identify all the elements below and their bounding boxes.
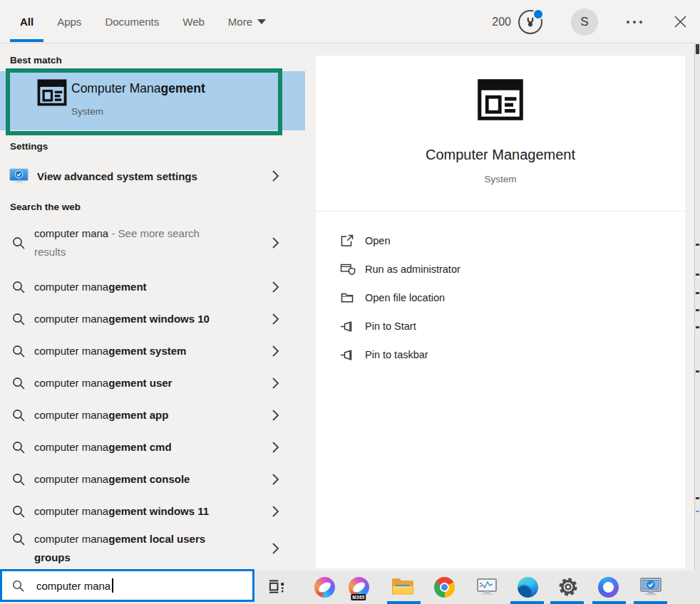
chevron-right-icon (272, 505, 279, 518)
detail-subtitle: System (316, 174, 685, 184)
pin-icon (340, 348, 356, 361)
copilot-icon (314, 577, 335, 598)
action-open[interactable]: Open (340, 226, 460, 255)
taskbar-icon-chrome[interactable] (432, 573, 456, 600)
taskbar-icon-file-explorer[interactable] (391, 573, 415, 600)
search-icon (11, 312, 26, 326)
pc-check-icon (639, 577, 662, 597)
web-suggestion-row[interactable]: computer management (0, 271, 314, 303)
web-suggestion-row[interactable]: computer management windows 10 (0, 303, 314, 335)
performance-monitor-icon (476, 578, 498, 597)
web-primary-text: computer mana - See more search results (34, 224, 211, 261)
chevron-right-icon (272, 170, 279, 182)
search-filter-bar: All Apps Documents Web More 200 S (0, 0, 700, 43)
settings-result[interactable]: View advanced system settings (0, 160, 314, 192)
chevron-right-icon (272, 441, 279, 454)
topbar-right-cluster: 200 S (492, 0, 687, 43)
action-pin-to-taskbar[interactable]: Pin to taskbar (340, 340, 460, 369)
web-suggestion-row[interactable]: computer management system (0, 335, 314, 367)
chevron-right-icon (272, 236, 279, 249)
close-icon[interactable] (674, 15, 687, 28)
search-icon (11, 344, 26, 358)
taskbar-icon-pc-check[interactable] (639, 573, 663, 600)
windows-search-flyout: All Apps Documents Web More 200 S (0, 0, 700, 604)
text-caret (112, 578, 113, 593)
chevron-right-icon (272, 542, 279, 555)
folder-icon (340, 291, 356, 305)
file-explorer-icon (392, 578, 413, 597)
tab-web[interactable]: Web (182, 0, 205, 43)
web-suggestion-row[interactable]: computer management local users groups (0, 527, 314, 570)
result-detail-panel: Computer Management System Open Run as a… (316, 56, 685, 568)
taskbar-icon-copilot[interactable] (312, 573, 336, 600)
web-suggestion-row[interactable]: computer management cmd (0, 431, 314, 463)
settings-result-label: View advanced system settings (37, 170, 197, 182)
rewards-medal-icon[interactable] (518, 10, 542, 34)
chevron-right-icon (272, 281, 279, 293)
taskbar-icon-ring-app[interactable] (596, 573, 620, 600)
web-primary-result[interactable]: computer mana - See more search results (0, 219, 314, 266)
m365-badge: M365 (351, 594, 366, 600)
web-suggestion-list: computer management computer management … (0, 271, 314, 570)
running-indicator (634, 601, 667, 604)
section-settings: Settings (10, 141, 48, 152)
more-options-icon[interactable] (627, 21, 642, 24)
account-avatar[interactable]: S (571, 9, 598, 36)
web-suggestion-text: computer management windows 10 (34, 310, 210, 328)
web-suggestion-text: computer management console (34, 470, 190, 489)
divider (316, 211, 685, 212)
action-open-file-location[interactable]: Open file location (340, 283, 460, 312)
section-best-match: Best match (10, 55, 62, 66)
shield-window-icon (340, 262, 356, 276)
search-icon (11, 280, 26, 294)
edge-icon (518, 577, 538, 598)
section-search-the-web: Search the web (10, 202, 81, 212)
running-indicator (387, 601, 421, 604)
running-indicator (550, 601, 584, 604)
taskbar-icon-performance-monitor[interactable] (475, 573, 499, 600)
search-icon (11, 376, 26, 390)
search-icon (11, 408, 26, 422)
search-icon (11, 504, 26, 519)
pin-icon (340, 320, 356, 333)
taskbar-icon-copilot-m365[interactable]: M365 (346, 573, 371, 600)
tab-all[interactable]: All (20, 0, 34, 43)
system-monitor-check-icon (9, 167, 29, 184)
task-view-icon[interactable] (265, 576, 288, 598)
web-suggestion-text: computer management cmd (34, 438, 172, 457)
chevron-right-icon (272, 345, 279, 358)
taskbar-icon-settings[interactable] (556, 573, 580, 600)
web-suggestion-text: computer management (34, 278, 147, 296)
search-icon (11, 236, 26, 250)
background-window-edge (694, 44, 700, 571)
action-run-as-administrator[interactable]: Run as administrator (340, 255, 460, 283)
chevron-right-icon (272, 473, 279, 486)
action-pin-to-start[interactable]: Pin to Start (340, 312, 460, 340)
computer-management-icon (477, 78, 524, 124)
search-icon (11, 532, 26, 546)
taskbar-search-input[interactable]: computer mana (0, 569, 254, 602)
web-suggestion-row[interactable]: computer management app (0, 399, 314, 431)
chevron-right-icon (272, 377, 279, 390)
tab-documents[interactable]: Documents (105, 0, 159, 43)
chevron-right-icon (272, 409, 279, 422)
web-suggestion-row[interactable]: computer management user (0, 367, 314, 399)
notification-dot (532, 9, 544, 20)
open-icon (340, 234, 356, 248)
running-indicator (592, 601, 626, 604)
chevron-right-icon (272, 313, 279, 326)
web-suggestion-text: computer management local users groups (34, 530, 223, 567)
tab-apps[interactable]: Apps (57, 0, 81, 43)
web-suggestion-text: computer management windows 11 (34, 502, 209, 521)
chrome-icon (434, 577, 455, 598)
filter-tabs: All Apps Documents Web More (20, 0, 289, 43)
rewards-points: 200 (492, 16, 511, 28)
ring-app-icon (598, 577, 619, 598)
chevron-down-icon (257, 19, 266, 24)
web-suggestion-row[interactable]: computer management console (0, 463, 314, 495)
search-icon (11, 472, 26, 486)
web-suggestion-row[interactable]: computer management windows 11 (0, 495, 314, 527)
gear-icon (557, 576, 579, 598)
tab-more[interactable]: More (228, 0, 266, 43)
taskbar-icon-edge[interactable] (515, 573, 540, 600)
